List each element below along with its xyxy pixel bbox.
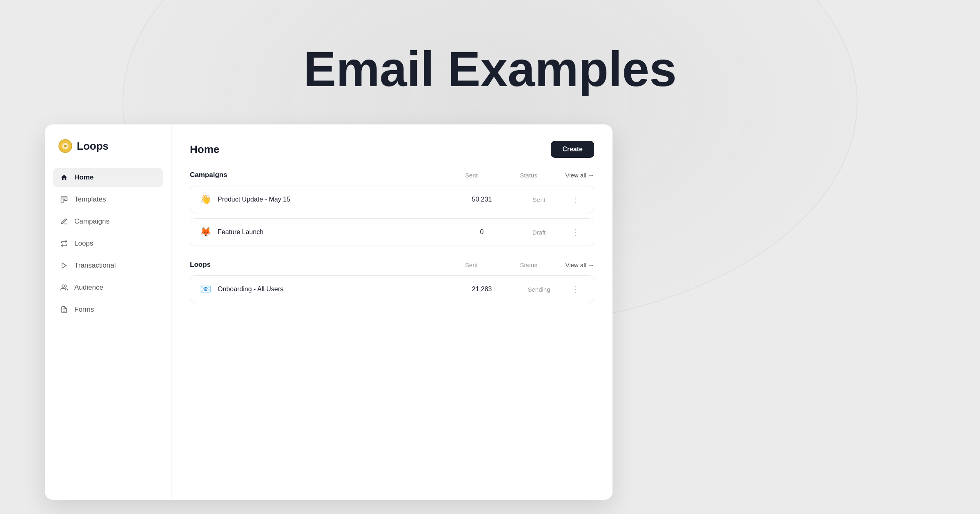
sidebar-item-transactional[interactable]: Transactional [53,256,163,275]
campaign-row-0[interactable]: 👋 Product Update - May 15 50,231 Sent ⋮ [190,186,594,213]
loops-columns: Sent Status View all → [443,261,594,268]
sidebar-item-forms[interactable]: Forms [53,300,163,319]
campaign-0-status: Sent [510,196,568,203]
campaign-1-menu[interactable]: ⋮ [568,227,584,237]
loops-section-header: Loops Sent Status View all → [190,261,594,269]
loops-view-all[interactable]: View all → [565,261,594,268]
svg-marker-6 [62,263,67,268]
background-title: Email Examples [303,41,677,97]
campaign-row-1[interactable]: 🦊 Feature Launch 0 Draft ⋮ [190,218,594,246]
campaign-1-status: Draft [510,229,568,236]
loop-0-sent: 21,283 [453,286,510,293]
create-button[interactable]: Create [551,141,594,158]
loops-icon [60,239,69,248]
app-container: Loops Home Templates Campaigns [45,124,612,500]
loop-0-name: Onboarding - All Users [218,286,453,293]
loops-section: Loops Sent Status View all → 📧 Onboardin… [190,261,594,303]
loops-section-title: Loops [190,261,211,269]
svg-point-2 [64,145,67,147]
sidebar-label-audience: Audience [74,284,103,292]
campaign-1-name: Feature Launch [218,228,453,236]
campaign-1-sent: 0 [453,228,510,236]
loop-0-menu[interactable]: ⋮ [568,284,584,294]
logo-text: Loops [77,140,109,153]
campaigns-view-all[interactable]: View all → [565,172,594,179]
transactional-icon [60,261,69,270]
sidebar-label-templates: Templates [74,195,106,204]
sidebar-item-campaigns[interactable]: Campaigns [53,212,163,231]
svg-rect-3 [61,197,67,198]
sidebar-item-home[interactable]: Home [53,168,163,187]
loop-row-0[interactable]: 📧 Onboarding - All Users 21,283 Sending … [190,275,594,303]
campaign-1-emoji: 🦊 [200,227,211,237]
loops-status-label: Status [500,261,557,268]
svg-point-7 [62,285,65,287]
sidebar-label-transactional: Transactional [74,261,116,270]
sidebar-item-loops[interactable]: Loops [53,234,163,253]
loop-0-emoji: 📧 [200,284,211,295]
sidebar-label-campaigns: Campaigns [74,217,109,226]
logo-area: Loops [53,139,163,153]
loops-sent-label: Sent [443,261,500,268]
templates-icon [60,195,69,204]
campaign-0-emoji: 👋 [200,194,211,205]
campaigns-section: Campaigns Sent Status View all → 👋 Produ… [190,171,594,246]
sidebar-label-loops: Loops [74,239,93,248]
campaigns-section-header: Campaigns Sent Status View all → [190,171,594,179]
sidebar-label-forms: Forms [74,306,94,314]
forms-icon [60,305,69,314]
svg-rect-5 [65,199,67,201]
campaigns-section-title: Campaigns [190,171,227,179]
campaigns-icon [60,217,69,226]
campaign-0-sent: 50,231 [453,196,510,203]
home-icon [60,173,69,182]
sidebar-item-templates[interactable]: Templates [53,190,163,209]
header-row: Home Create [190,141,594,158]
campaigns-sent-label: Sent [443,172,500,179]
campaigns-status-label: Status [500,172,557,179]
sidebar: Loops Home Templates Campaigns [45,124,172,500]
campaign-0-name: Product Update - May 15 [218,196,453,203]
loop-0-status: Sending [510,286,568,293]
campaign-0-menu[interactable]: ⋮ [568,195,584,204]
main-content: Home Create Campaigns Sent Status View a… [172,124,612,500]
campaigns-columns: Sent Status View all → [443,172,594,179]
audience-icon [60,283,69,292]
sidebar-label-home: Home [74,173,94,182]
svg-rect-4 [61,199,64,202]
loops-logo-icon [58,139,73,153]
page-title: Home [190,143,219,156]
sidebar-item-audience[interactable]: Audience [53,278,163,297]
